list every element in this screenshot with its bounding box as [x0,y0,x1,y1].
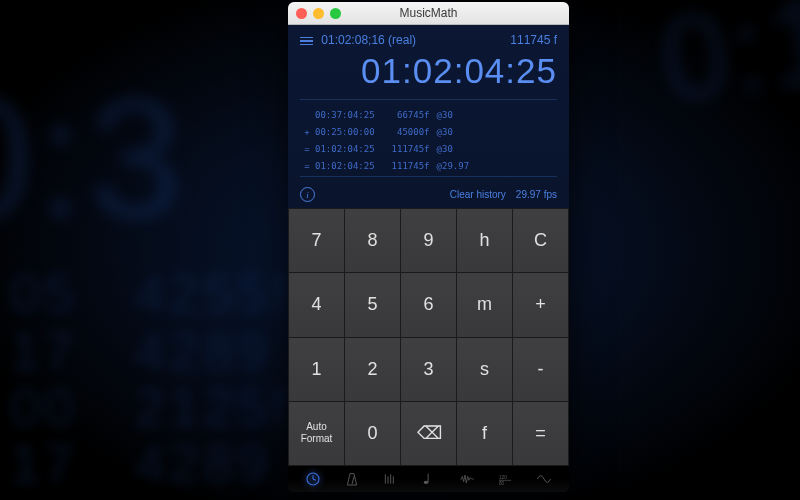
history-row: +00:25:00:0045000f@30 [302,125,470,140]
key-6[interactable]: 6 [401,273,456,336]
key-c[interactable]: C [513,209,568,272]
key-[interactable]: + [513,273,568,336]
divider [300,176,557,177]
history-row: =01:02:04:25111745f@29.97 [302,159,470,174]
format-menu[interactable]: 01:02:08;16 (real) [300,33,416,47]
key-m[interactable]: m [457,273,512,336]
display-panel: 01:02:08;16 (real) 111745 f 01:02:04:25 … [288,25,569,208]
fps-selector[interactable]: 29.97 fps [516,189,557,200]
mode-bars[interactable] [379,468,401,490]
svg-text:80: 80 [499,481,505,486]
key-9[interactable]: 9 [401,209,456,272]
mode-note[interactable] [417,468,439,490]
key-7[interactable]: 7 [289,209,344,272]
key-h[interactable]: h [457,209,512,272]
svg-line-3 [352,476,354,484]
key-3[interactable]: 3 [401,338,456,401]
real-time-label: 01:02:08;16 (real) [321,33,416,47]
key-4[interactable]: 4 [289,273,344,336]
key-[interactable]: ⌫ [401,402,456,465]
info-button[interactable]: i [300,187,315,202]
main-timecode: 01:02:04:25 [300,51,557,91]
keypad: 789hC456m+123s-AutoFormat0⌫f= [288,208,569,466]
key-1[interactable]: 1 [289,338,344,401]
key-5[interactable]: 5 [345,273,400,336]
history-row: 00:37:04:2566745f@30 [302,108,470,123]
window-minimize-button[interactable] [313,8,324,19]
key-s[interactable]: s [457,338,512,401]
mode-metronome[interactable] [341,468,363,490]
history-list: 00:37:04:2566745f@30+00:25:00:0045000f@3… [300,106,557,176]
clear-history-button[interactable]: Clear history [450,189,506,200]
window-close-button[interactable] [296,8,307,19]
mode-sine[interactable] [533,468,555,490]
menu-icon [300,35,313,48]
key-[interactable]: = [513,402,568,465]
titlebar: MusicMath [288,2,569,25]
key-f[interactable]: f [457,402,512,465]
key-0[interactable]: 0 [345,402,400,465]
mode-levels[interactable]: 12080 [494,468,516,490]
divider [300,99,557,100]
mode-waveform[interactable] [456,468,478,490]
window-maximize-button[interactable] [330,8,341,19]
key-auto-format[interactable]: AutoFormat [289,402,344,465]
svg-point-8 [424,481,429,484]
app-window: MusicMath 01:02:08;16 (real) 111745 f 01… [288,2,569,492]
svg-text:120: 120 [499,475,507,480]
key-2[interactable]: 2 [345,338,400,401]
key-8[interactable]: 8 [345,209,400,272]
frame-count: 111745 f [510,33,557,47]
history-row: =01:02:04:25111745f@30 [302,142,470,157]
mode-toolbar: 12080 [288,466,569,492]
mode-timecode[interactable] [302,468,324,490]
svg-line-2 [313,479,316,480]
key--[interactable]: - [513,338,568,401]
